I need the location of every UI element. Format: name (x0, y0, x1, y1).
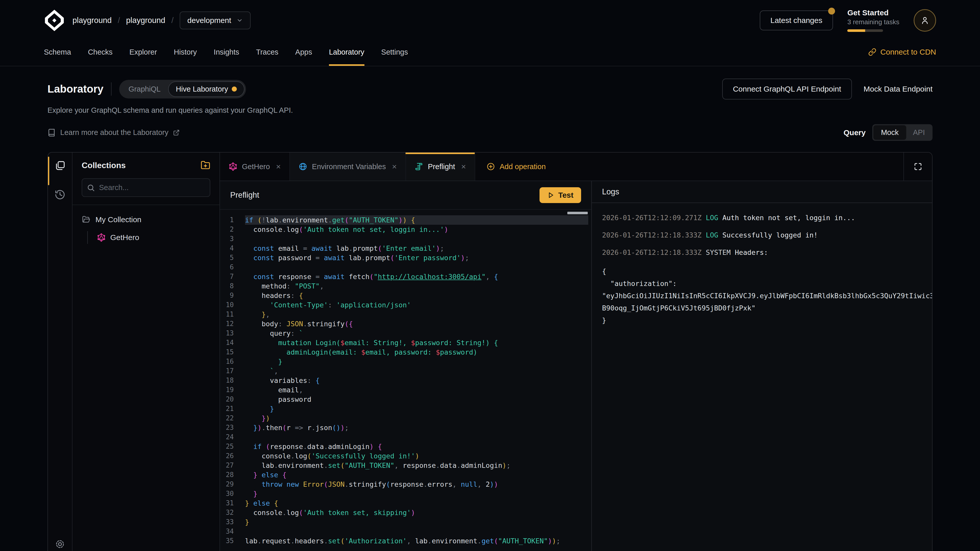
logs-output: 2026-01-26T12:12:09.271Z LOG Auth token … (592, 203, 932, 551)
divider (111, 83, 111, 96)
nav-item-history[interactable]: History (174, 38, 197, 66)
line-number: 2 (220, 225, 245, 234)
fullscreen-button[interactable] (904, 152, 932, 181)
play-icon (547, 192, 554, 199)
code-line: 34 (220, 527, 591, 536)
test-button[interactable]: Test (539, 187, 581, 203)
toggle-hive-laboratory[interactable]: Hive Laboratory (168, 81, 245, 97)
settings-rail-button[interactable] (54, 538, 65, 551)
code-line: 4 const email = await lab.prompt('Enter … (220, 244, 591, 253)
code-line: 14 mutation Login($email: String!, $pass… (220, 338, 591, 348)
code-editor[interactable]: 1if (!lab.environment.get("AUTH_TOKEN"))… (220, 210, 591, 551)
code-text (245, 262, 588, 272)
tab-label: Environment Variables (312, 162, 386, 171)
nav-item-traces[interactable]: Traces (256, 38, 278, 66)
code-line: 27 lab.environment.set("AUTH_TOKEN", res… (220, 461, 591, 470)
gear-icon (54, 538, 65, 550)
nav-item-explorer[interactable]: Explorer (129, 38, 157, 66)
line-number: 5 (220, 253, 245, 262)
target-selector[interactable]: development (180, 11, 251, 29)
collection-folder[interactable]: My Collection (82, 215, 210, 224)
code-text: console.log('Successfully logged in!') (245, 451, 588, 461)
latest-changes-button[interactable]: Latest changes (760, 11, 833, 30)
add-operation-button[interactable]: Add operation (475, 152, 557, 181)
get-started-title: Get Started (847, 9, 899, 17)
connect-to-cdn-link[interactable]: Connect to CDN (868, 38, 936, 66)
code-line: 24 (220, 432, 591, 442)
scrollbar-thumb[interactable] (567, 212, 588, 214)
code-text: } (245, 489, 588, 499)
collections-tree: My CollectionGetHero (73, 205, 220, 254)
code-text: const response = await fetch("http://loc… (245, 272, 588, 281)
nav-item-insights[interactable]: Insights (213, 38, 239, 66)
breadcrumb-org[interactable]: playground (73, 16, 111, 25)
code-text: const email = await lab.prompt('Enter em… (245, 244, 588, 253)
code-text: lab.request.headers.set('Authorization',… (245, 536, 588, 546)
mock-data-endpoint-button[interactable]: Mock Data Endpoint (864, 85, 932, 94)
log-json-line: { (602, 265, 932, 278)
breadcrumb-project[interactable]: playground (126, 16, 165, 25)
nav-item-settings[interactable]: Settings (381, 38, 408, 66)
line-number: 25 (220, 442, 245, 451)
learn-more-link[interactable]: Learn more about the Laboratory (48, 128, 180, 137)
line-number: 16 (220, 357, 245, 366)
tab-label: GetHero (242, 162, 270, 171)
nav-item-laboratory[interactable]: Laboratory (329, 38, 364, 66)
code-line: 35lab.request.headers.set('Authorization… (220, 536, 591, 546)
nav-item-schema[interactable]: Schema (44, 38, 71, 66)
code-line: 11 }, (220, 310, 591, 319)
line-number: 33 (220, 517, 245, 527)
code-text: method: "POST", (245, 281, 588, 291)
logs-panel: Logs 2026-01-26T12:12:09.271Z LOG Auth t… (592, 181, 932, 551)
collections-rail-button[interactable] (54, 160, 65, 172)
code-text: } else { (245, 470, 588, 480)
nav-item-checks[interactable]: Checks (88, 38, 113, 66)
code-line: 8 method: "POST", (220, 281, 591, 291)
folder-open-icon (82, 215, 90, 224)
tab-preflight[interactable]: Preflight× (406, 152, 475, 181)
collection-operation-gethero[interactable]: GetHero (97, 231, 210, 244)
nav-item-apps[interactable]: Apps (295, 38, 312, 66)
code-line: 17 `, (220, 366, 591, 376)
code-line: 10 'Content-Type': 'application/json' (220, 300, 591, 310)
tab-environment-variables[interactable]: Environment Variables× (290, 152, 406, 181)
mode-option-api[interactable]: API (906, 125, 932, 140)
collection-folder-label: My Collection (95, 215, 142, 224)
code-line: 32 console.log('Auth token set, skipping… (220, 508, 591, 517)
line-number: 32 (220, 508, 245, 517)
line-number: 35 (220, 536, 245, 546)
history-rail-button[interactable] (54, 189, 65, 201)
close-icon[interactable]: × (461, 162, 466, 171)
log-entry: 2026-01-26T12:12:09.271Z LOG Auth token … (602, 213, 932, 222)
close-icon[interactable]: × (276, 162, 281, 171)
user-avatar[interactable] (914, 9, 936, 32)
ui-toggle: GraphiQL Hive Laboratory (119, 80, 246, 98)
new-collection-button[interactable] (200, 160, 210, 171)
line-number: 20 (220, 395, 245, 404)
line-number: 12 (220, 319, 245, 329)
tab-gethero[interactable]: GetHero× (220, 152, 290, 181)
close-icon[interactable]: × (392, 162, 397, 171)
code-line: 6 (220, 262, 591, 272)
code-text: console.log('Auth token set, skipping') (245, 508, 588, 517)
search-input[interactable] (82, 178, 210, 197)
line-number: 8 (220, 281, 245, 291)
progress-fill (847, 29, 865, 32)
tabbar-spacer (557, 152, 904, 181)
code-line: 21 } (220, 404, 591, 413)
line-number: 21 (220, 404, 245, 413)
code-text: } (245, 357, 588, 366)
line-number: 34 (220, 527, 245, 536)
code-text: password (245, 395, 588, 404)
code-text: }).then(r => r.json()); (245, 423, 588, 432)
code-line: 16 } (220, 357, 591, 366)
code-text: query: ` (245, 329, 588, 338)
log-entry: 2026-01-26T12:12:18.333Z SYSTEM Headers: (602, 248, 932, 257)
mode-option-mock[interactable]: Mock (873, 125, 906, 140)
graphql-icon (97, 233, 106, 242)
tab-label: Add operation (500, 162, 546, 171)
get-started-widget[interactable]: Get Started 3 remaining tasks (847, 9, 899, 32)
toggle-graphiql[interactable]: GraphiQL (121, 81, 168, 97)
connect-graphql-api-endpoint-button[interactable]: Connect GraphQL API Endpoint (722, 79, 852, 100)
line-number: 13 (220, 329, 245, 338)
